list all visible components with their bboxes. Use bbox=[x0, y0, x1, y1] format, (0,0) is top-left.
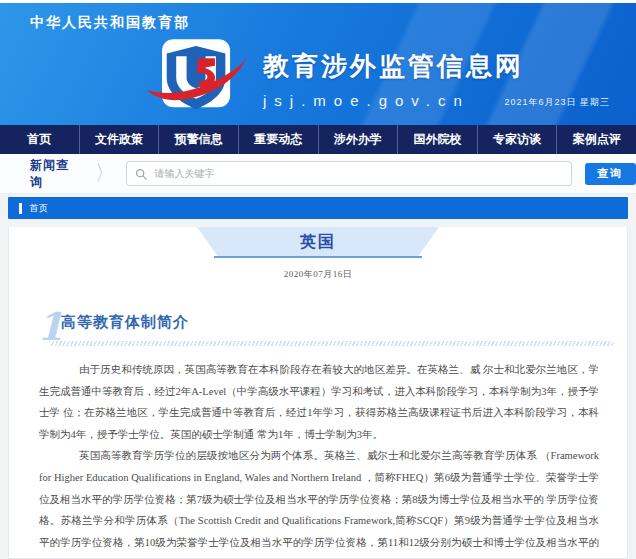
main-content: 英国 2020年07月16日 1 高等教育体制简介 由于历史和传统原因，英国高等… bbox=[0, 219, 636, 559]
search-label: 新闻查询 bbox=[30, 157, 81, 191]
nav-item-updates[interactable]: 重要动态 bbox=[239, 125, 319, 154]
breadcrumb-home-link[interactable]: 首页 bbox=[29, 202, 49, 215]
article-date: 2020年07月16日 bbox=[9, 268, 627, 281]
main-nav: 首页 文件政策 预警信息 重要动态 涉外办学 国外院校 专家访谈 案例点评 bbox=[0, 125, 636, 154]
paragraph: 英国高等教育学历学位的层级按地区分为两个体系。英格兰、威尔士和北爱尔兰高等教育学… bbox=[39, 445, 599, 559]
section-number: 1 bbox=[37, 304, 63, 349]
chevron-divider-icon: 〉 bbox=[95, 163, 112, 184]
site-header: 中华人民共和国教育部 教育涉外监管信息网 jsj.moe.gov.cn 2021… bbox=[0, 3, 636, 125]
search-icon bbox=[135, 168, 147, 180]
article-card: 英国 2020年07月16日 1 高等教育体制简介 由于历史和传统原因，英国高等… bbox=[8, 227, 628, 559]
breadcrumb: 首页 bbox=[8, 197, 628, 219]
section-rule bbox=[49, 341, 613, 346]
breadcrumb-marker bbox=[19, 203, 22, 214]
section-title: 高等教育体制简介 bbox=[61, 313, 189, 332]
search-button[interactable]: 查询 bbox=[585, 163, 636, 185]
nav-item-expert-interviews[interactable]: 专家访谈 bbox=[478, 125, 558, 154]
shield-logo-icon bbox=[145, 37, 249, 121]
paragraph: 由于历史和传统原因，英国高等教育在本科阶段存在着较大的地区差异。在英格兰、威 尔… bbox=[39, 359, 599, 445]
site-name: 教育涉外监管信息网 bbox=[263, 49, 524, 84]
nav-item-foreign-institutions[interactable]: 国外院校 bbox=[398, 125, 478, 154]
news-search-bar: 新闻查询 〉 查询 bbox=[0, 154, 636, 194]
article-title: 英国 bbox=[197, 227, 439, 256]
search-input[interactable] bbox=[154, 168, 562, 179]
nav-item-case-reviews[interactable]: 案例点评 bbox=[557, 125, 636, 154]
header-date: 2021年6月23日 星期三 bbox=[504, 96, 610, 109]
nav-item-policies[interactable]: 文件政策 bbox=[80, 125, 160, 154]
nav-item-home[interactable]: 首页 bbox=[0, 125, 80, 154]
nav-item-foreign-schooling[interactable]: 涉外办学 bbox=[319, 125, 399, 154]
section-heading: 1 高等教育体制简介 bbox=[37, 311, 611, 341]
site-url: jsj.moe.gov.cn bbox=[263, 92, 524, 109]
ministry-title: 中华人民共和国教育部 bbox=[30, 14, 190, 32]
nav-item-warnings[interactable]: 预警信息 bbox=[159, 125, 239, 154]
title-underline bbox=[214, 256, 422, 258]
search-box bbox=[126, 161, 571, 186]
site-logo[interactable]: 教育涉外监管信息网 jsj.moe.gov.cn bbox=[145, 37, 524, 121]
article-body: 由于历史和传统原因，英国高等教育在本科阶段存在着较大的地区差异。在英格兰、威 尔… bbox=[9, 359, 627, 559]
